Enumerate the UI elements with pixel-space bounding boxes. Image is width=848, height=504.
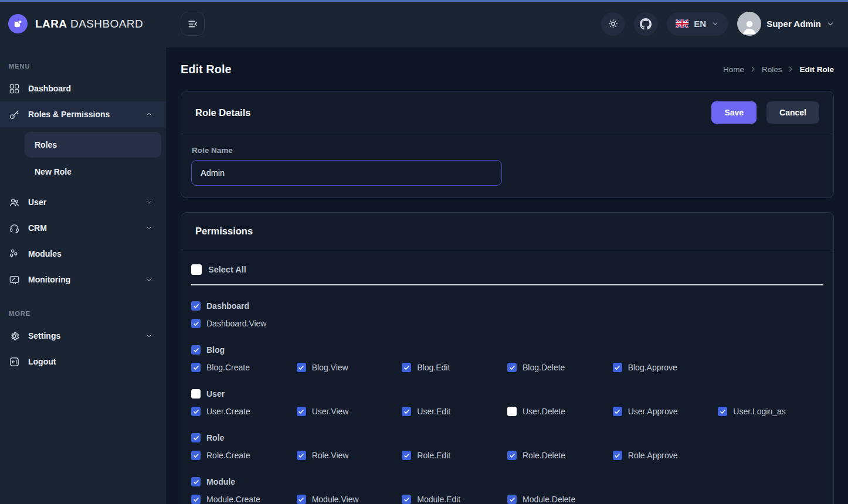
select-all-checkbox[interactable] bbox=[191, 264, 202, 275]
sidebar-subitem-new-role[interactable]: New Role bbox=[25, 159, 161, 185]
perm-item-label: Blog.Create bbox=[206, 363, 250, 372]
sidebar-item-crm[interactable]: CRM bbox=[0, 215, 166, 241]
perm-item-label: Blog.Delete bbox=[523, 363, 565, 372]
sidebar-item-user[interactable]: User bbox=[0, 189, 166, 215]
sidebar-item-label: Monitoring bbox=[28, 275, 70, 284]
sidebar-section-label: MORE bbox=[9, 310, 166, 317]
checkbox-user-view[interactable] bbox=[297, 407, 306, 416]
brand-text: LARA DASHBOARD bbox=[35, 18, 143, 30]
perm-item-label: User.Delete bbox=[523, 407, 565, 416]
perm-item-label: User.Login_as bbox=[733, 407, 786, 416]
checkbox-module-create[interactable] bbox=[191, 495, 201, 504]
perm-item-label: Module.Delete bbox=[523, 495, 575, 504]
sidebar-collapse-button[interactable] bbox=[181, 12, 205, 36]
checkbox-dashboard-view[interactable] bbox=[191, 319, 201, 328]
headset-icon bbox=[9, 223, 20, 234]
perm-group-label: Module bbox=[206, 477, 235, 486]
checkbox-module-delete[interactable] bbox=[507, 495, 517, 504]
grid-icon bbox=[9, 83, 20, 94]
chevron-down-icon bbox=[145, 198, 153, 206]
perm-item-label: Dashboard.View bbox=[206, 319, 266, 328]
checkbox-blog-approve[interactable] bbox=[613, 363, 622, 372]
perm-item-module-create: Module.Create bbox=[191, 491, 297, 504]
perm-group-dashboard: DashboardDashboard.View bbox=[191, 297, 823, 332]
chevron-down-icon bbox=[826, 20, 834, 28]
checkbox-role-create[interactable] bbox=[191, 451, 201, 460]
topbar: EN Super Admin bbox=[166, 0, 848, 47]
checkbox-user[interactable] bbox=[191, 389, 201, 399]
perm-item-label: User.Create bbox=[206, 407, 250, 416]
checkbox-role[interactable] bbox=[191, 433, 201, 442]
perm-group-label: Role bbox=[206, 433, 224, 442]
checkbox-module-view[interactable] bbox=[297, 495, 306, 504]
perm-item-label: Blog.View bbox=[312, 363, 348, 372]
breadcrumb-home[interactable]: Home bbox=[723, 65, 744, 74]
perm-item-label: Role.Create bbox=[206, 451, 250, 460]
sidebar-nav: MENUDashboardRoles & PermissionsRolesNew… bbox=[0, 63, 166, 374]
checkbox-user-delete[interactable] bbox=[507, 407, 517, 416]
sidebar-item-label: Logout bbox=[28, 357, 56, 366]
perm-item-module-edit: Module.Edit bbox=[402, 491, 507, 504]
users-icon bbox=[9, 197, 20, 208]
checkbox-module[interactable] bbox=[191, 477, 201, 486]
menu-collapse-icon bbox=[187, 18, 199, 30]
language-code: EN bbox=[694, 19, 706, 29]
key-icon bbox=[9, 109, 20, 120]
sidebar-item-label: Dashboard bbox=[28, 84, 71, 93]
checkbox-role-delete[interactable] bbox=[507, 451, 517, 460]
checkbox-user-approve[interactable] bbox=[613, 407, 622, 416]
checkbox-user-login-as[interactable] bbox=[718, 407, 727, 416]
github-icon bbox=[640, 18, 652, 30]
checkbox-blog-create[interactable] bbox=[191, 363, 201, 372]
perm-group-blog: BlogBlog.CreateBlog.ViewBlog.EditBlog.De… bbox=[191, 341, 823, 376]
checkbox-blog[interactable] bbox=[191, 345, 201, 355]
perm-item-label: User.Approve bbox=[628, 407, 678, 416]
breadcrumb-roles[interactable]: Roles bbox=[762, 65, 782, 74]
page-title: Edit Role bbox=[181, 63, 232, 76]
checkbox-blog-view[interactable] bbox=[297, 363, 306, 372]
sidebar-item-settings[interactable]: Settings bbox=[0, 323, 166, 349]
sidebar-item-modules[interactable]: Modules bbox=[0, 241, 166, 267]
checkbox-role-edit[interactable] bbox=[402, 451, 411, 460]
permission-groups: DashboardDashboard.ViewBlogBlog.CreateBl… bbox=[191, 285, 823, 504]
sidebar-item-label: User bbox=[28, 197, 46, 207]
gear-icon bbox=[9, 331, 20, 342]
sidebar-item-label: Roles & Permissions bbox=[28, 110, 110, 119]
perm-item-dashboard-view: Dashboard.View bbox=[191, 315, 297, 332]
sidebar-item-monitoring[interactable]: Monitoring bbox=[0, 267, 166, 292]
perm-item-user-approve: User.Approve bbox=[613, 403, 718, 420]
perm-item-user-create: User.Create bbox=[191, 403, 297, 420]
sidebar-subitem-roles[interactable]: Roles bbox=[25, 132, 161, 158]
sidebar-item-roles-permissions[interactable]: Roles & Permissions bbox=[0, 101, 166, 127]
select-all-label: Select All bbox=[208, 265, 246, 274]
perm-item-label: User.View bbox=[312, 407, 349, 416]
github-button[interactable] bbox=[634, 12, 657, 36]
language-selector[interactable]: EN bbox=[667, 12, 728, 36]
perm-item-user-login-as: User.Login_as bbox=[718, 403, 823, 420]
checkbox-role-approve[interactable] bbox=[613, 451, 622, 460]
sidebar-item-label: Modules bbox=[28, 249, 62, 258]
save-button[interactable]: Save bbox=[711, 101, 757, 124]
checkbox-user-create[interactable] bbox=[191, 407, 201, 416]
cancel-button[interactable]: Cancel bbox=[766, 101, 819, 124]
perm-item-blog-create: Blog.Create bbox=[191, 359, 297, 376]
checkbox-module-edit[interactable] bbox=[402, 495, 411, 504]
perm-group-label: User bbox=[206, 389, 225, 399]
sidebar-item-dashboard[interactable]: Dashboard bbox=[0, 76, 166, 101]
theme-toggle-button[interactable] bbox=[601, 12, 625, 36]
checkbox-blog-edit[interactable] bbox=[402, 363, 411, 372]
brand-logo[interactable]: LARA DASHBOARD bbox=[0, 0, 166, 47]
role-details-title: Role Details bbox=[195, 107, 250, 118]
chevron-down-icon bbox=[145, 332, 153, 340]
checkbox-user-edit[interactable] bbox=[402, 407, 411, 416]
checkbox-role-view[interactable] bbox=[297, 451, 306, 460]
user-menu[interactable]: Super Admin bbox=[737, 12, 834, 36]
sidebar-item-label: CRM bbox=[28, 223, 47, 233]
chevron-down-icon bbox=[145, 275, 153, 284]
checkbox-dashboard[interactable] bbox=[191, 301, 201, 311]
sidebar-item-logout[interactable]: Logout bbox=[0, 349, 166, 374]
role-name-input[interactable] bbox=[191, 160, 502, 186]
chevron-right-icon bbox=[749, 66, 757, 73]
chevron-right-icon bbox=[787, 66, 794, 73]
checkbox-blog-delete[interactable] bbox=[507, 363, 517, 372]
